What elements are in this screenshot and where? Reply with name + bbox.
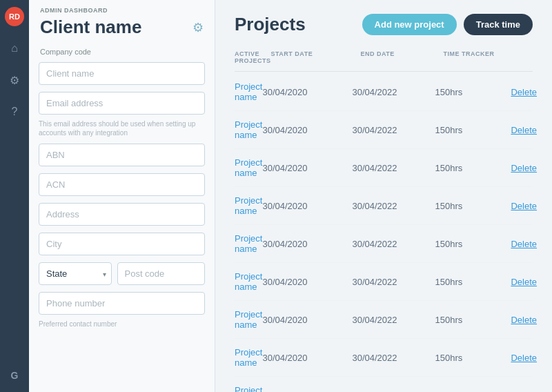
sidebar: RD ⌂ ⚙ ? G [0,0,29,392]
table-row: Project name 30/04/2020 30/04/2022 150hr… [235,187,533,225]
phone-field[interactable]: Phone number [39,292,205,315]
delete-button[interactable]: Delete [511,163,537,173]
time-tracker-cell: 150hrs [435,232,511,256]
start-date-cell: 30/04/2020 [262,308,352,332]
help-icon[interactable]: ? [5,102,24,121]
table-row: Project name 30/04/2020 30/04/2022 150hr… [235,301,533,339]
project-name-link[interactable]: Project name [235,309,262,330]
end-date-cell: 30/04/2022 [352,194,435,218]
email-hint: This email address should be used when s… [29,118,215,140]
delete-button[interactable]: Delete [511,277,537,287]
time-tracker-cell: 150hrs [435,270,511,294]
table-row: Project name 30/04/2020 30/04/2022 150hr… [235,339,533,377]
start-date-cell: 30/04/2020 [262,156,352,180]
header-buttons: Add new project Track time [362,14,533,35]
project-name-cell: Project name [235,75,262,109]
home-icon[interactable]: ⌂ [5,39,24,58]
delete-button[interactable]: Delete [511,125,537,135]
end-date-cell: 30/04/2022 [352,384,435,393]
col-end-date: END DATE [361,48,444,67]
delete-button[interactable]: Delete [511,201,537,211]
table-row: Project name 30/04/2020 30/04/2022 150hr… [235,149,533,187]
end-date-cell: 30/04/2022 [352,118,435,142]
col-time-tracker: TIME TRACKER [444,48,520,67]
time-tracker-cell: 150hrs [435,118,511,142]
end-date-cell: 30/04/2022 [352,346,435,370]
col-active-projects: ACTIVE PROJECTS [235,48,271,67]
col-action [520,48,552,67]
col-start-date: START DATE [271,48,361,67]
delete-button[interactable]: Delete [511,87,537,97]
project-name-link[interactable]: Project name [235,271,262,292]
time-tracker-cell: 150hrs [435,156,511,180]
city-field[interactable]: City [39,233,205,255]
end-date-cell: 30/04/2022 [352,232,435,256]
project-name-link[interactable]: Project name [235,195,262,216]
time-tracker-cell: 150hrs [435,194,511,218]
table-row: Project name 30/04/2020 30/04/2022 150hr… [235,377,533,392]
abn-field[interactable]: ABN [39,144,205,166]
client-name-field[interactable]: Client name [39,62,205,85]
google-icon[interactable]: G [5,366,24,385]
time-tracker-cell: 150hrs [435,80,511,104]
projects-title: Projects [235,14,306,35]
table-header: ACTIVE PROJECTS START DATE END DATE TIME… [235,43,533,72]
left-panel: ADMIN DASHBOARD Client name ⚙ Company co… [29,0,215,392]
phone-hint: Preferred contact number [29,318,215,331]
postcode-field[interactable]: Post code [117,262,206,285]
start-date-cell: 30/04/2020 [262,270,352,294]
address-field[interactable]: Address [39,203,205,226]
table-row: Project name 30/04/2020 30/04/2022 150hr… [235,111,533,149]
main-content: Projects Add new project Track time ACTI… [215,0,552,392]
projects-table: ACTIVE PROJECTS START DATE END DATE TIME… [215,43,552,392]
state-select-wrapper: State ▾ [39,262,112,285]
table-row: Project name 30/04/2020 30/04/2022 150hr… [235,225,533,263]
end-date-cell: 30/04/2022 [352,308,435,332]
company-code-label: Company code [29,43,215,59]
time-tracker-cell: 150hrs [435,384,511,393]
table-row: Project name 30/04/2020 30/04/2022 150hr… [235,263,533,301]
start-date-cell: 30/04/2020 [262,232,352,256]
email-field[interactable]: Email address [39,92,205,115]
start-date-cell: 30/04/2020 [262,194,352,218]
delete-button[interactable]: Delete [511,239,537,249]
settings-icon[interactable]: ⚙ [5,70,24,90]
time-tracker-cell: 150hrs [435,346,511,370]
state-select[interactable]: State [39,262,112,285]
start-date-cell: 30/04/2020 [262,384,352,393]
main-header: Projects Add new project Track time [215,0,552,43]
project-name-link[interactable]: Project name [235,385,262,392]
delete-button[interactable]: Delete [511,315,537,325]
project-name-link[interactable]: Project name [235,157,262,178]
project-name-link[interactable]: Project name [235,119,262,140]
project-name-link[interactable]: Project name [235,347,262,368]
action-cell: Delete [511,80,552,104]
start-date-cell: 30/04/2020 [262,118,352,142]
end-date-cell: 30/04/2022 [352,270,435,294]
end-date-cell: 30/04/2022 [352,156,435,180]
track-time-button[interactable]: Track time [464,14,533,35]
client-name-title: Client name [40,17,141,38]
delete-button[interactable]: Delete [511,353,537,363]
end-date-cell: 30/04/2022 [352,80,435,104]
start-date-cell: 30/04/2020 [262,346,352,370]
settings-gear-icon[interactable]: ⚙ [193,20,204,35]
project-name-link[interactable]: Project name [235,81,262,102]
acn-field[interactable]: ACN [39,173,205,196]
start-date-cell: 30/04/2020 [262,80,352,104]
admin-dashboard-label: ADMIN DASHBOARD [29,0,215,14]
project-name-link[interactable]: Project name [235,233,262,254]
time-tracker-cell: 150hrs [435,308,511,332]
add-new-project-button[interactable]: Add new project [362,14,457,35]
logo[interactable]: RD [5,7,24,26]
table-row: Project name 30/04/2020 30/04/2022 150hr… [235,73,533,111]
